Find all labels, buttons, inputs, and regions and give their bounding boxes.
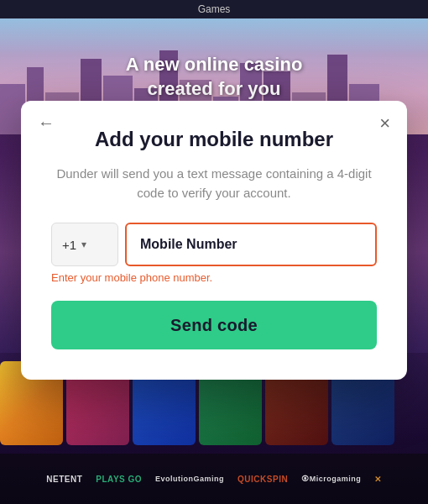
send-code-button[interactable]: Send code [51,301,377,349]
close-button[interactable]: × [379,114,390,133]
modal-description: Dunder will send you a text message cont… [51,165,377,202]
chevron-down-icon: ▾ [81,239,86,250]
modal-title: Add your mobile number [51,128,377,151]
country-code-value: +1 [62,238,76,252]
country-code-selector[interactable]: +1 ▾ [51,223,118,266]
back-button[interactable]: ← [38,114,55,131]
modal-backdrop: ← × Add your mobile number Dunder will s… [0,0,428,504]
error-message: Enter your mobile phone number. [51,271,377,284]
phone-number-input[interactable] [125,223,377,266]
phone-input-row: +1 ▾ [51,223,377,266]
modal: ← × Add your mobile number Dunder will s… [21,101,407,380]
